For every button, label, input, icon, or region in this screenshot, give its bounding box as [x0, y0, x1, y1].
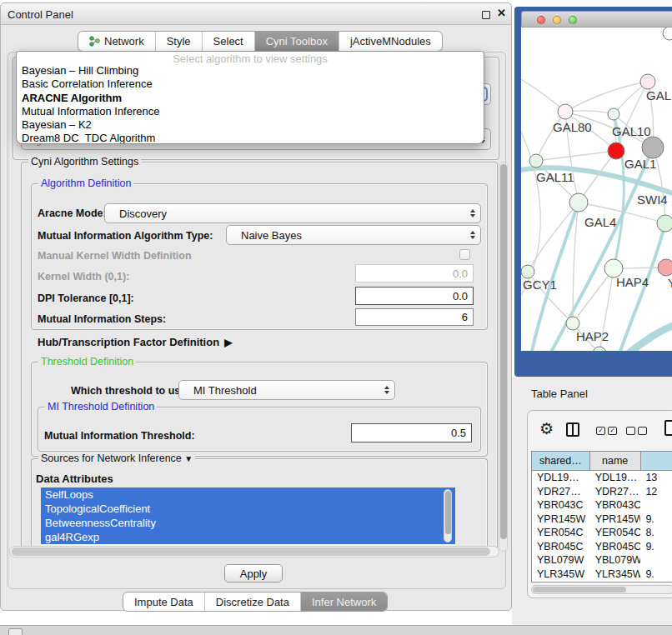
settings-vertical-scrollbar[interactable] [499, 162, 508, 552]
network-node-GAL80[interactable] [558, 104, 573, 119]
table-cell: 12 [640, 485, 672, 499]
network-node-GAL10[interactable] [608, 108, 619, 120]
mi-type-combobox[interactable]: Naive Bayes [226, 225, 481, 245]
column-header-shared[interactable]: shared… [532, 452, 590, 470]
attribute-list-item[interactable]: TopologicalCoefficient [41, 502, 455, 516]
mi-steps-field[interactable] [355, 308, 474, 326]
network-node-top-cut[interactable] [663, 28, 672, 40]
columns-icon[interactable] [566, 422, 579, 437]
dropdown-placeholder: Select algorithm to view settings [17, 52, 484, 64]
algorithm-option[interactable]: ARACNE Algorithm [17, 92, 484, 105]
algorithm-option[interactable]: Dream8 DC_TDC Algorithm [17, 132, 484, 144]
network-edge [521, 78, 565, 112]
aracne-mode-combobox[interactable]: Discovery [104, 203, 481, 223]
combo-arrows-icon [384, 386, 389, 394]
table-row[interactable]: YER054CYER054C8. [532, 526, 672, 540]
table-row[interactable]: YBL079WYBL079W [532, 553, 672, 568]
attribute-list-item[interactable]: SelfLoops [41, 488, 455, 502]
gear-icon[interactable]: ⚙ [539, 419, 554, 438]
settings-horizontal-scrollbar[interactable] [9, 546, 499, 558]
network-node-GAL1[interactable] [608, 142, 624, 159]
attribute-list-item[interactable]: gal4RGexp [41, 530, 455, 544]
network-node-GAL4[interactable] [569, 193, 588, 212]
table-horizontal-scrollbar[interactable] [531, 585, 672, 594]
table-row[interactable]: YPR145WYPR145W9. [532, 512, 672, 527]
table-cell: YLR345W [532, 568, 590, 582]
network-node-HAP2[interactable] [566, 317, 579, 330]
table-cell: YDR27… [532, 485, 590, 499]
network-node-label: GAL1 [624, 157, 656, 171]
network-node-GAL[interactable] [640, 74, 655, 89]
network-node-Y-pink[interactable] [658, 259, 672, 276]
table-cell: 9. [640, 540, 672, 554]
algorithm-option[interactable]: Basic Correlation Inference [17, 78, 484, 91]
apply-button[interactable]: Apply [224, 564, 283, 582]
table-row[interactable]: YLR345WYLR345W9. [532, 568, 672, 582]
which-threshold-combobox[interactable]: MI Threshold [178, 380, 395, 400]
table-panel-body: ⚙ ✓✓ shared… name YDL19…YDL19…13YDR27…YD… [527, 410, 672, 598]
data-attributes-label: Data Attributes [36, 472, 113, 485]
kernel-width-field[interactable] [355, 264, 474, 282]
network-canvas[interactable]: GALGAL80GAL10GAL1GAL11SWI4GAL4GCY1HAP4YH… [521, 28, 672, 351]
network-node-GAL11[interactable] [529, 154, 543, 168]
table-row[interactable]: YDR27…YDR27…12 [532, 485, 672, 499]
network-node-SWI4[interactable] [657, 215, 672, 232]
network-node-bottom-cut[interactable] [593, 347, 606, 351]
tab-select[interactable]: Select [203, 32, 255, 51]
node-table: shared… name YDL19…YDL19…13YDR27…YDR27…1… [531, 451, 672, 582]
network-edge [536, 112, 565, 161]
table-cell: YBL079W [532, 553, 590, 568]
tab-style[interactable]: Style [156, 32, 203, 51]
network-node-label: GAL4 [584, 215, 616, 229]
float-window-icon[interactable] [482, 11, 490, 19]
tab-network[interactable]: Network [78, 32, 156, 51]
desktop: Control Panel ✕ Network Style Select Cyn… [0, 0, 672, 635]
manual-kernel-checkbox[interactable] [459, 249, 470, 260]
grip-icon[interactable] [8, 628, 23, 635]
tab-infer-network[interactable]: Infer Network [301, 592, 387, 611]
attribute-list-scrollbar[interactable] [444, 489, 452, 542]
attribute-list-item[interactable]: BetweennessCentrality [41, 516, 455, 530]
hub-definition-toggle[interactable]: Hub/Transcription Factor Definition▶ [38, 336, 232, 348]
table-row[interactable]: YBR043CYBR043C [532, 498, 672, 512]
network-node-label: Y [668, 276, 672, 290]
network-node-label: HAP4 [616, 275, 649, 289]
network-node-GCY1[interactable] [521, 265, 534, 278]
table-cell: 9. [640, 512, 672, 527]
table-cell: YPR145W [590, 512, 641, 527]
mi-type-label: Mutual Information Algorithm Type: [38, 230, 213, 242]
table-cell: YER054C [590, 526, 641, 540]
table-row[interactable]: YDL19…YDL19…13 [532, 471, 672, 485]
algorithm-option[interactable]: Mutual Information Inference [17, 105, 484, 118]
tab-discretize-data[interactable]: Discretize Data [205, 592, 301, 611]
show-checked-columns-icon[interactable]: ✓✓ [596, 427, 617, 435]
column-header-name[interactable]: name [590, 452, 641, 470]
network-node-label: GAL [646, 88, 671, 102]
cyni-mode-tabbar: Impute Data Discretize Data Infer Networ… [123, 592, 388, 612]
dpi-tolerance-field[interactable] [355, 287, 474, 305]
table-cell: 13 [640, 471, 672, 485]
aracne-mode-label: Aracne Mode: [38, 208, 107, 219]
algorithm-option[interactable]: Bayesian – K2 [17, 118, 484, 132]
show-unchecked-columns-icon[interactable] [626, 427, 647, 435]
table-panel-section: Table Panel ⚙ ✓✓ shared… name YDL19…YDL1… [512, 377, 672, 625]
table-row[interactable]: YBR045CYBR045C9. [532, 540, 672, 554]
table-cell: 9. [640, 568, 672, 582]
close-icon[interactable]: ✕ [497, 7, 506, 19]
tab-jactivemnodules[interactable]: jActiveMNodules [339, 32, 442, 51]
table-cell: YER054C [532, 526, 590, 540]
document-icon[interactable] [664, 420, 672, 436]
zoom-traffic-light-icon[interactable] [569, 16, 577, 24]
close-traffic-light-icon[interactable] [537, 16, 545, 24]
table-cell: YBR045C [532, 540, 590, 554]
network-node-label: GCY1 [523, 278, 557, 292]
algorithm-option[interactable]: Bayesian – Hill Climbing [17, 64, 484, 78]
network-node-hub-gray[interactable] [642, 137, 664, 158]
sources-toggle[interactable]: Sources for Network Inference ▼ [38, 452, 195, 464]
column-header-cut[interactable] [641, 452, 672, 470]
tab-cyni-toolbox[interactable]: Cyni Toolbox [255, 32, 339, 51]
table-row[interactable]: YIL052CYIL052C9 [532, 581, 672, 582]
tab-impute-data[interactable]: Impute Data [123, 592, 205, 611]
minimize-traffic-light-icon[interactable] [553, 16, 561, 24]
mi-threshold-field[interactable] [351, 423, 472, 442]
